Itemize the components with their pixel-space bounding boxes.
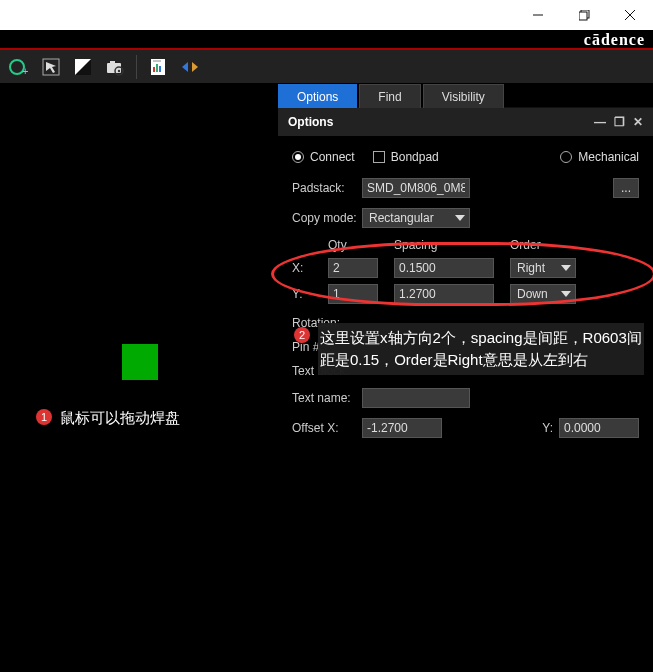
svg-rect-14	[153, 67, 155, 72]
copymode-value: Rectangular	[369, 211, 434, 225]
tool-camera-gear-icon[interactable]	[100, 53, 130, 81]
toolbar-divider	[136, 55, 137, 79]
padstack-label: Padstack:	[292, 181, 362, 195]
offsety-input[interactable]	[559, 418, 639, 438]
svg-rect-10	[110, 61, 115, 64]
y-spacing-input[interactable]	[394, 284, 494, 304]
svg-point-12	[118, 69, 120, 71]
tool-add-circle-icon[interactable]: +	[4, 53, 34, 81]
chevron-down-icon	[561, 291, 571, 297]
copymode-label: Copy mode:	[292, 211, 362, 225]
header-order: Order	[510, 238, 580, 252]
copymode-select[interactable]: Rectangular	[362, 208, 470, 228]
window-restore-button[interactable]	[561, 0, 607, 30]
tab-options[interactable]: Options	[278, 84, 357, 108]
svg-text:+: +	[22, 65, 28, 77]
cadence-logo: cādence	[584, 31, 645, 49]
annotation-1-text: 鼠标可以拖动焊盘	[60, 409, 180, 428]
panel-title-bar: Options — ❐ ✕	[278, 108, 653, 136]
panel-tabs: Options Find Visibility	[278, 84, 653, 108]
textname-input[interactable]	[362, 388, 470, 408]
y-order-select[interactable]: Down	[510, 284, 576, 304]
tool-report-icon[interactable]	[143, 53, 173, 81]
svg-rect-15	[156, 64, 158, 72]
svg-rect-16	[159, 66, 161, 72]
padstack-input[interactable]	[362, 178, 470, 198]
tab-find[interactable]: Find	[359, 84, 420, 108]
panel-restore-icon[interactable]: ❐	[614, 115, 625, 129]
tool-nav-icon[interactable]	[175, 53, 205, 81]
radio-connect-label: Connect	[310, 150, 355, 164]
annotation-2-text: 这里设置x轴方向2个，spacing是间距，R0603间距是0.15，Order…	[318, 323, 644, 375]
svg-rect-2	[579, 12, 587, 20]
window-close-button[interactable]	[607, 0, 653, 30]
chevron-down-icon	[455, 215, 465, 221]
pad-object[interactable]	[122, 344, 158, 380]
radio-mechanical[interactable]: Mechanical	[560, 150, 639, 164]
annotation-2: 2 这里设置x轴方向2个，spacing是间距，R0603间距是0.15，Ord…	[294, 323, 644, 375]
x-order-value: Right	[517, 261, 545, 275]
y-row-label: Y:	[292, 287, 318, 301]
window-minimize-button[interactable]	[515, 0, 561, 30]
x-order-select[interactable]: Right	[510, 258, 576, 278]
chevron-down-icon	[561, 265, 571, 271]
offsetx-input[interactable]	[362, 418, 442, 438]
textname-label: Text name:	[292, 391, 362, 405]
offsetx-label: Offset X:	[292, 421, 362, 435]
brand-bar: cādence	[0, 30, 653, 50]
header-qty: Qty	[328, 238, 384, 252]
y-qty-input[interactable]	[328, 284, 378, 304]
padstack-browse-button[interactable]: ...	[613, 178, 639, 198]
annotation-1: 1 鼠标可以拖动焊盘	[36, 409, 180, 428]
placement-grid: Qty Spacing Order X: Right Y: Down	[292, 238, 639, 304]
right-panel: Options Find Visibility Options — ❐ ✕ Co…	[278, 84, 653, 672]
tool-arrow-icon[interactable]	[36, 53, 66, 81]
panel-close-icon[interactable]: ✕	[633, 115, 643, 129]
tool-contrast-icon[interactable]	[68, 53, 98, 81]
main-toolbar: +	[0, 50, 653, 84]
y-order-value: Down	[517, 287, 548, 301]
radio-bondpad-label: Bondpad	[391, 150, 439, 164]
options-form: Connect Bondpad Mechanical Padstack: ...…	[278, 136, 653, 452]
x-qty-input[interactable]	[328, 258, 378, 278]
panel-title-text: Options	[288, 115, 333, 129]
window-titlebar	[0, 0, 653, 30]
annotation-1-marker: 1	[36, 409, 52, 425]
annotation-2-marker: 2	[294, 327, 310, 343]
radio-connect[interactable]: Connect	[292, 150, 355, 164]
x-spacing-input[interactable]	[394, 258, 494, 278]
header-spacing: Spacing	[394, 238, 500, 252]
tab-visibility[interactable]: Visibility	[423, 84, 504, 108]
offsety-label: Y:	[542, 421, 553, 435]
x-row-label: X:	[292, 261, 318, 275]
panel-minimize-icon[interactable]: —	[594, 115, 606, 129]
canvas-area[interactable]	[0, 84, 278, 672]
radio-mechanical-label: Mechanical	[578, 150, 639, 164]
radio-bondpad[interactable]: Bondpad	[373, 150, 439, 164]
